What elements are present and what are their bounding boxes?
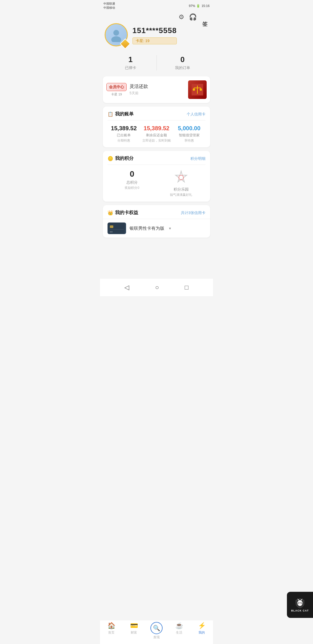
svg-point-0: [113, 30, 119, 36]
points-title: 🪙 我的积分: [108, 155, 134, 162]
total-points-label: 总积分: [108, 180, 156, 185]
carrier1: 中国联通: [103, 2, 115, 6]
notif-content: 灵活还款 5天前: [130, 84, 185, 96]
bill-card: 📋 我的账单 个人信用卡 15,389.52 已出账单 分期特惠 15,389.…: [103, 106, 210, 147]
bill-item-2[interactable]: 15,389.52 剩余应还金额 立即还款，实时到账: [140, 125, 173, 143]
bound-cards-label: 已绑卡: [105, 65, 156, 70]
notif-time: 5天前: [130, 91, 185, 96]
bill-link[interactable]: 个人信用卡: [187, 112, 205, 117]
notif-title: 灵活还款: [130, 84, 185, 90]
points-card: 🪙 我的积分 积分明细 0 总积分 奖励积分0 积分乐园 福气满满赢好礼: [103, 151, 210, 202]
total-points-num: 0: [108, 169, 156, 179]
stat-bound-cards[interactable]: 1 已绑卡: [105, 55, 156, 70]
bottom-spacer: [100, 241, 213, 279]
profile-badge[interactable]: 卡星: 19: [132, 37, 177, 44]
recent-gesture[interactable]: □: [185, 284, 188, 291]
bill-item-3[interactable]: 5,000.00 智能借贷管家 享特惠: [173, 125, 205, 143]
bill-title: 📋 我的账单: [108, 111, 134, 117]
bill-amount-1: 15,389.52: [108, 125, 140, 132]
time: 15:16: [201, 4, 210, 8]
card-benefits-item[interactable]: 银联 银联男性卡有为版 ▾: [103, 219, 210, 238]
points-link[interactable]: 积分明细: [190, 156, 205, 161]
benefits-header: 👑 我的卡权益 共计3张信用卡: [103, 205, 210, 219]
status-right: 97% 🔋 15:16: [189, 4, 210, 8]
bound-cards-num: 1: [105, 55, 156, 64]
chevron-down-icon: ▾: [169, 226, 171, 231]
bill-header: 📋 我的账单 个人信用卡: [103, 106, 210, 120]
points-park-sub: 福气满满赢好礼: [170, 193, 192, 197]
stat-my-orders[interactable]: 0 我的订单: [156, 55, 209, 70]
bill-sub-1: 分期特惠: [108, 138, 140, 143]
benefits-card: 👑 我的卡权益 共计3张信用卡 银联 银联男性卡有为版 ▾: [103, 205, 210, 238]
notif-logo-text: 会员中心: [109, 84, 124, 90]
card-name: 银联男性卡有为版: [130, 226, 164, 231]
status-bar: 中国联通 中国移动 97% 🔋 15:16: [100, 0, 213, 11]
benefits-link[interactable]: 共计3张信用卡: [181, 210, 205, 216]
svg-rect-11: [110, 225, 113, 228]
notif-image: [188, 80, 207, 99]
bill-sub-2: 立即还款，实时到账: [140, 138, 173, 143]
bill-amount-2: 15,389.52: [140, 125, 173, 132]
top-action-bar: ⚙ 🎧 签: [100, 11, 213, 23]
bill-item-1[interactable]: 15,389.52 已出账单 分期特惠: [108, 125, 140, 143]
carrier-info: 中国联通 中国移动: [103, 2, 115, 10]
svg-point-1: [111, 36, 121, 42]
my-orders-label: 我的订单: [157, 65, 209, 70]
points-park-label: 积分乐园: [174, 187, 189, 192]
gesture-bar: ◁ ○ □: [100, 279, 213, 296]
bill-sub-3: 享特惠: [173, 138, 205, 143]
profile-phone: 151****5558: [132, 26, 177, 35]
home-gesture[interactable]: ○: [155, 284, 159, 291]
points-grid: 0 总积分 奖励积分0 积分乐园 福气满满赢好礼: [103, 165, 210, 202]
stats-row: 1 已绑卡 0 我的订单: [105, 52, 208, 76]
back-gesture[interactable]: ◁: [124, 284, 129, 291]
bill-grid: 15,389.52 已出账单 分期特惠 15,389.52 剩余应还金额 立即还…: [103, 120, 210, 147]
bill-label-2: 剩余应还金额: [140, 133, 173, 138]
avatar-wrap[interactable]: [105, 23, 128, 46]
points-park-item[interactable]: 积分乐园 福气满满赢好礼: [156, 169, 205, 197]
carrier2: 中国移动: [103, 6, 115, 10]
profile-info: 151****5558 卡星: 19: [132, 23, 177, 44]
total-points-item[interactable]: 0 总积分 奖励积分0: [108, 169, 156, 190]
star-icon: [173, 169, 189, 186]
profile-section: 151****5558 卡星: 19: [100, 23, 213, 52]
notification-inner: 会员中心 卡星 19 灵活还款 5天前: [103, 76, 210, 103]
notif-logo-sub: 卡星 19: [111, 92, 122, 97]
battery-percent: 97%: [189, 4, 195, 8]
sign-button[interactable]: 签: [201, 17, 208, 17]
notification-card[interactable]: 会员中心 卡星 19 灵活还款 5天前: [103, 76, 210, 103]
my-orders-num: 0: [157, 55, 209, 64]
bill-label-3: 智能借贷管家: [173, 133, 205, 138]
points-icon: 🪙: [108, 156, 113, 161]
bill-label-1: 已出账单: [108, 133, 140, 138]
card-thumbnail: 银联: [108, 222, 126, 234]
battery-icon: 🔋: [196, 4, 200, 8]
benefits-icon: 👑: [108, 210, 113, 216]
settings-icon[interactable]: ⚙: [179, 13, 184, 21]
points-header: 🪙 我的积分 积分明细: [103, 151, 210, 164]
service-icon[interactable]: 🎧: [189, 13, 197, 21]
bill-amount-3: 5,000.00: [173, 125, 205, 132]
total-points-sub: 奖励积分0: [108, 186, 156, 190]
svg-text:银联: 银联: [110, 231, 113, 233]
notif-logo: 会员中心 卡星 19: [106, 81, 127, 98]
bill-icon: 📋: [108, 111, 113, 117]
benefits-title: 👑 我的卡权益: [108, 210, 138, 216]
